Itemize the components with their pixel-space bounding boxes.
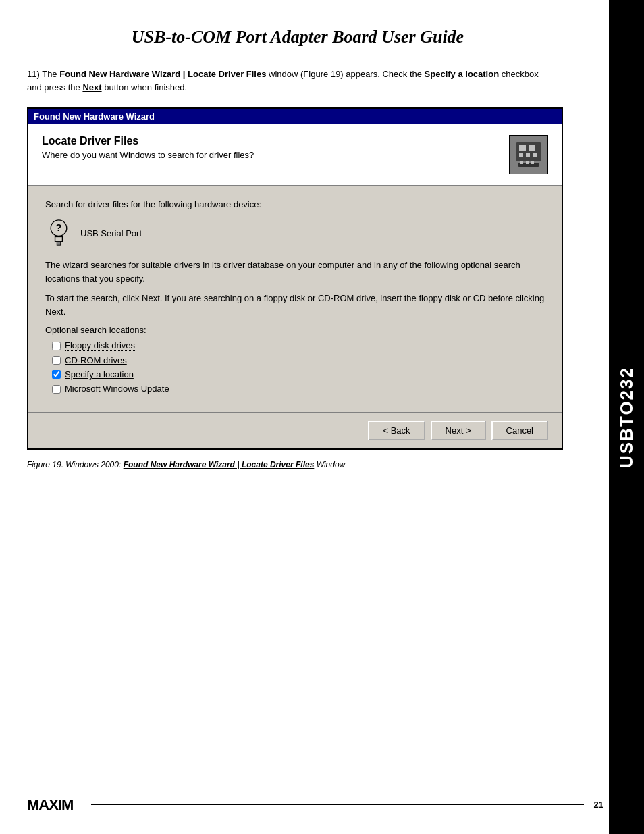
usb-device-icon: ?: [45, 219, 72, 246]
wizard-header-text: Locate Driver Files Where do you want Wi…: [42, 135, 509, 160]
wizard-title-text: Found New Hardware Wizard: [34, 111, 155, 122]
figure-caption-bold: Found New Hardware Wizard | Locate Drive…: [124, 460, 315, 469]
checkbox-row-cdrom: CD-ROM drives: [52, 355, 545, 365]
cancel-button[interactable]: Cancel: [491, 421, 548, 440]
svg-text:MAXIM: MAXIM: [27, 796, 73, 813]
wizard-content: Search for driver files for the followin…: [28, 186, 562, 412]
hardware-icon: [509, 135, 548, 174]
wizard-titlebar: Found New Hardware Wizard: [28, 109, 562, 124]
page-footer: MAXIM 21: [27, 795, 603, 814]
svg-rect-4: [519, 153, 523, 157]
wizard-footer: < Back Next > Cancel: [28, 412, 562, 448]
svg-rect-3: [529, 145, 535, 151]
wizard-search-label: Search for driver files for the followin…: [45, 199, 545, 209]
sidebar-label-text: USBTO232: [616, 367, 637, 468]
instruction-link3: Next: [82, 82, 101, 93]
checkbox-cdrom-label[interactable]: CD-ROM drives: [65, 355, 127, 365]
checkbox-msupdate-label[interactable]: Microsoft Windows Update: [65, 384, 169, 394]
instruction-text-end: button when finished.: [104, 82, 187, 93]
wizard-header-title: Locate Driver Files: [42, 135, 509, 147]
checkbox-row-specify: Specify a location: [52, 369, 545, 380]
page-number: 21: [594, 800, 603, 810]
back-button[interactable]: < Back: [368, 421, 425, 440]
checkbox-row-floppy: Floppy disk drives: [52, 340, 545, 351]
sidebar-label: USBTO232: [609, 0, 644, 834]
instruction-link1: Found New Hardware Wizard | Locate Drive…: [59, 69, 266, 79]
wizard-desc2: To start the search, click Next. If you …: [45, 292, 545, 318]
checkbox-floppy-label[interactable]: Floppy disk drives: [65, 340, 135, 351]
device-row: ? USB Serial Port: [45, 219, 545, 246]
checkbox-cdrom[interactable]: [52, 356, 61, 365]
figure-caption-prefix: Figure 19. Windows 2000:: [27, 460, 121, 469]
checkbox-specify-label[interactable]: Specify a location: [65, 369, 134, 380]
optional-search-label: Optional search locations:: [45, 325, 545, 335]
page-title: USB-to-COM Port Adapter Board User Guide: [27, 27, 603, 47]
instruction-text-before: The: [42, 69, 57, 79]
wizard-header: Locate Driver Files Where do you want Wi…: [28, 124, 562, 186]
figure-caption: Figure 19. Windows 2000: Found New Hardw…: [27, 460, 603, 469]
svg-rect-5: [526, 153, 530, 157]
svg-rect-2: [519, 145, 526, 151]
svg-rect-10: [531, 161, 534, 164]
instruction-link2: Specify a location: [425, 69, 500, 79]
wizard-window: Found New Hardware Wizard Locate Driver …: [27, 107, 563, 450]
checkbox-floppy[interactable]: [52, 342, 61, 350]
wizard-body: Locate Driver Files Where do you want Wi…: [28, 124, 562, 412]
maxim-logo-svg: MAXIM: [27, 795, 81, 814]
maxim-logo: MAXIM: [27, 795, 81, 814]
svg-text:?: ?: [56, 222, 62, 233]
footer-divider: [91, 804, 584, 805]
hardware-svg-icon: [511, 137, 546, 172]
figure-caption-suffix: Window: [317, 460, 346, 469]
wizard-desc1: The wizard searches for suitable drivers…: [45, 259, 545, 285]
svg-rect-9: [526, 161, 529, 164]
instruction-block: 11) The Found New Hardware Wizard | Loca…: [27, 68, 581, 94]
step-number: 11): [27, 69, 40, 79]
checkbox-row-msupdate: Microsoft Windows Update: [52, 384, 545, 394]
checkbox-msupdate[interactable]: [52, 385, 61, 394]
svg-rect-13: [55, 236, 63, 241]
device-name: USB Serial Port: [80, 228, 142, 238]
svg-rect-8: [520, 161, 523, 164]
next-button[interactable]: Next >: [431, 421, 486, 440]
instruction-text-middle: window (Figure 19) appears. Check the: [269, 69, 422, 79]
wizard-header-subtitle: Where do you want Windows to search for …: [42, 150, 509, 160]
page-container: USBTO232 USB-to-COM Port Adapter Board U…: [0, 0, 644, 834]
svg-rect-6: [533, 153, 537, 157]
usb-icon-svg: ?: [45, 219, 72, 246]
checkbox-specify[interactable]: [52, 370, 61, 379]
svg-rect-14: [57, 242, 60, 245]
